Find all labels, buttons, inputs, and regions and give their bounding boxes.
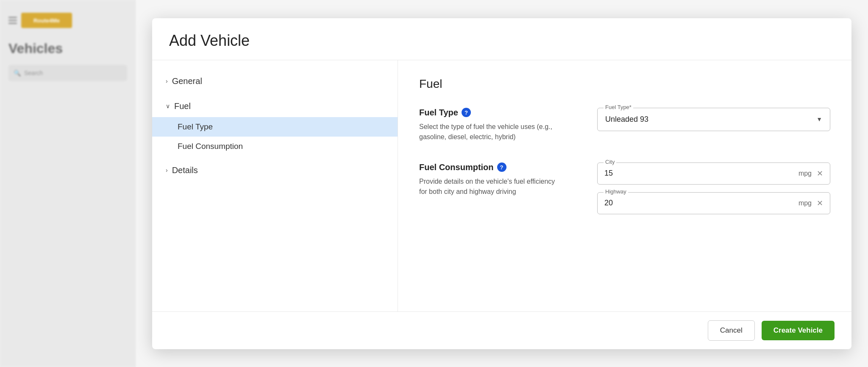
main-area: Add Vehicle › General <box>136 0 868 367</box>
fuel-consumption-input-area: City mpg ✕ Highway <box>597 162 830 222</box>
nav-item-fuel-type[interactable]: Fuel Type <box>152 117 398 137</box>
nav-item-fuel-consumption-label: Fuel Consumption <box>178 142 243 151</box>
nav-panel: › General ∨ Fuel <box>152 60 398 311</box>
nav-section-general: › General <box>152 70 398 92</box>
nav-section-fuel-label: Fuel <box>174 101 191 111</box>
nav-item-fuel-consumption[interactable]: Fuel Consumption <box>152 137 398 156</box>
content-panel: Fuel Fuel Type ? Select the type of fuel… <box>398 60 851 311</box>
fuel-consumption-desc-text: Provide details on the vehicle's fuel ef… <box>419 176 563 197</box>
sidebar-title: Vehicles <box>0 41 136 56</box>
content-section-title: Fuel <box>419 77 830 91</box>
nav-section-details: › Details <box>152 160 398 181</box>
fuel-type-input-area: Fuel Type* Unleaded 93 ▼ <box>597 108 830 131</box>
nav-section-details-header[interactable]: › Details <box>152 160 398 181</box>
fuel-type-label: Fuel Type ? <box>419 108 563 118</box>
highway-input-group: Highway mpg ✕ <box>597 192 830 214</box>
highway-unit: mpg <box>798 199 812 207</box>
highway-input[interactable] <box>604 199 798 207</box>
menu-icon[interactable] <box>8 17 17 24</box>
modal-body: › General ∨ Fuel <box>152 60 851 311</box>
modal-title: Add Vehicle <box>169 32 835 50</box>
sidebar: Route4Me Vehicles 🔍 Search <box>0 0 136 367</box>
fuel-consumption-row: Fuel Consumption ? Provide details on th… <box>419 162 830 222</box>
nav-section-general-label: General <box>172 76 202 86</box>
chevron-fuel-icon: ∨ <box>166 103 170 109</box>
fuel-type-select-value[interactable]: Unleaded 93 ▼ <box>598 108 830 131</box>
sidebar-search[interactable]: 🔍 Search <box>8 65 127 81</box>
city-input[interactable] <box>604 169 798 178</box>
fuel-consumption-help-icon[interactable]: ? <box>497 162 506 172</box>
fuel-consumption-description: Fuel Consumption ? Provide details on th… <box>419 162 563 197</box>
highway-input-wrapper: Highway mpg ✕ <box>597 192 830 214</box>
fuel-type-desc-text: Select the type of fuel the vehicle uses… <box>419 122 563 142</box>
sidebar-header: Route4Me <box>0 8 136 32</box>
fuel-type-description: Fuel Type ? Select the type of fuel the … <box>419 108 563 142</box>
modal-footer: Cancel Create Vehicle <box>152 311 851 349</box>
fuel-type-row: Fuel Type ? Select the type of fuel the … <box>419 108 830 142</box>
fuel-type-selected-value: Unleaded 93 <box>605 115 648 124</box>
city-input-wrapper: City mpg ✕ <box>597 162 830 185</box>
add-vehicle-modal: Add Vehicle › General <box>152 18 851 349</box>
dropdown-arrow-icon: ▼ <box>816 116 822 123</box>
app-logo: Route4Me <box>21 13 72 28</box>
chevron-details-icon: › <box>166 167 168 174</box>
highway-input-row: mpg ✕ <box>598 193 830 214</box>
city-input-group: City mpg ✕ <box>597 162 830 185</box>
fuel-type-select[interactable]: Fuel Type* Unleaded 93 ▼ <box>597 108 830 131</box>
fuel-type-help-icon[interactable]: ? <box>462 108 471 117</box>
city-clear-button[interactable]: ✕ <box>817 169 823 178</box>
city-unit: mpg <box>798 170 812 177</box>
search-placeholder: Search <box>24 70 43 76</box>
highway-clear-button[interactable]: ✕ <box>817 199 823 208</box>
create-vehicle-button[interactable]: Create Vehicle <box>762 321 835 340</box>
city-input-row: mpg ✕ <box>598 163 830 184</box>
chevron-general-icon: › <box>166 78 168 84</box>
nav-item-fuel-type-label: Fuel Type <box>178 122 213 132</box>
cancel-button[interactable]: Cancel <box>708 320 755 341</box>
nav-section-fuel: ∨ Fuel Fuel Type Fuel Consumption <box>152 95 398 156</box>
fuel-type-select-label: Fuel Type* <box>604 104 633 110</box>
search-icon: 🔍 <box>14 70 21 76</box>
highway-input-label: Highway <box>604 188 628 195</box>
modal-header: Add Vehicle <box>152 18 851 60</box>
nav-section-general-header[interactable]: › General <box>152 70 398 92</box>
nav-section-fuel-header[interactable]: ∨ Fuel <box>152 95 398 117</box>
fuel-sub-items: Fuel Type Fuel Consumption <box>152 117 398 156</box>
nav-section-details-label: Details <box>172 165 198 175</box>
fuel-consumption-label: Fuel Consumption ? <box>419 162 563 172</box>
city-input-label: City <box>604 159 616 165</box>
